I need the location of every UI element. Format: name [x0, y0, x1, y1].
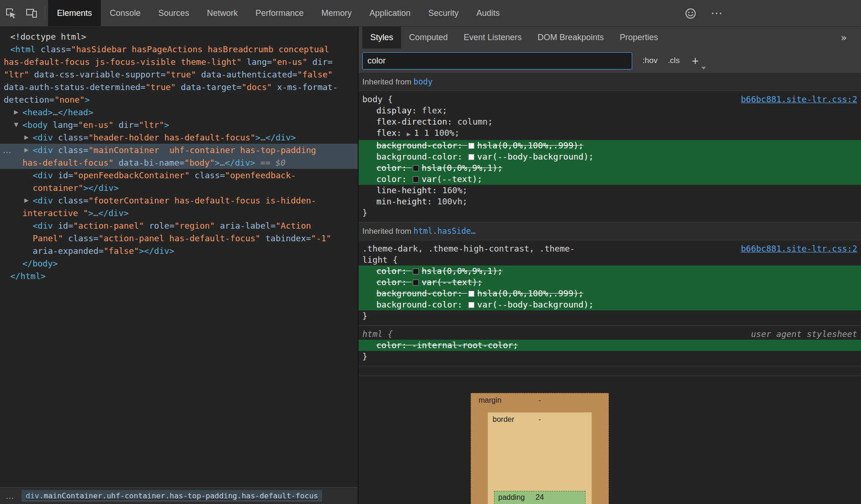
css-declaration[interactable]: color: hsla(0,0%,9%,1); — [359, 162, 861, 174]
color-swatch[interactable] — [413, 165, 419, 171]
box-model-padding[interactable]: padding 24 — [494, 491, 586, 504]
css-property-name: color — [376, 174, 402, 184]
new-style-rule-button[interactable]: + — [692, 55, 705, 67]
css-declaration[interactable]: color: -internal-root-color; — [359, 340, 861, 351]
color-swatch[interactable] — [468, 302, 474, 308]
tree-line[interactable]: data-auth-status-determined="true" data-… — [0, 81, 358, 93]
box-model-border[interactable]: border - padding 24 — [487, 412, 592, 504]
color-swatch[interactable] — [413, 280, 419, 286]
expand-arrow-icon[interactable]: ▼ — [14, 119, 18, 131]
tab-performance[interactable]: Performance — [247, 0, 312, 26]
tree-line[interactable]: container"></div> — [0, 182, 358, 194]
css-selector[interactable]: html { — [362, 329, 393, 339]
stylesheet-link[interactable]: b66bc881.site-ltr.css:2 — [741, 243, 857, 254]
expand-arrow-icon[interactable]: ▶ — [14, 106, 18, 119]
styles-filter-row: :hov .cls + — [359, 49, 861, 73]
tab-audits[interactable]: Audits — [467, 0, 508, 26]
color-swatch[interactable] — [468, 154, 474, 160]
toggle-element-classes-button[interactable]: .cls — [668, 56, 680, 65]
tree-line[interactable]: <html class="hasSidebar hasPageActions h… — [0, 43, 358, 56]
color-swatch[interactable] — [468, 291, 474, 297]
css-declaration[interactable]: background-color: var(--body-background)… — [359, 299, 861, 310]
padding-top-value[interactable]: 24 — [536, 493, 544, 502]
row-overflow-ellipsis-icon[interactable]: … — [3, 144, 11, 156]
expand-arrow-icon[interactable]: ▶ — [24, 144, 28, 156]
tree-line[interactable]: has-default-focus js-focus-visible theme… — [0, 56, 358, 68]
border-label: border — [493, 415, 514, 424]
inherited-node-link[interactable]: body — [414, 77, 433, 86]
styles-filter-input[interactable] — [362, 52, 632, 70]
tab-memory[interactable]: Memory — [312, 0, 360, 26]
stylesheet-link[interactable]: b66bc881.site-ltr.css:2 — [741, 94, 857, 105]
tab-elements[interactable]: Elements — [48, 0, 101, 26]
css-property-name: color — [376, 266, 402, 276]
color-swatch[interactable] — [468, 143, 474, 149]
css-declaration[interactable]: background-color: hsla(0,0%,100%,.999); — [359, 140, 861, 151]
css-declaration[interactable]: flex-direction: column; — [359, 116, 861, 127]
css-declaration[interactable]: color: var(--text); — [359, 174, 861, 185]
color-swatch[interactable] — [413, 268, 419, 274]
tree-line[interactable]: ▶<div class="header-holder has-default-f… — [0, 131, 358, 144]
color-swatch[interactable] — [413, 176, 419, 182]
sidebar-tab-computed[interactable]: Computed — [401, 27, 456, 49]
css-declaration[interactable]: line-height: 160%; — [359, 185, 861, 196]
styles-sections: Inherited from bodybody {b66bc881.site-l… — [359, 73, 861, 366]
tab-security[interactable]: Security — [419, 0, 467, 26]
margin-top-value[interactable]: - — [538, 396, 541, 405]
toggle-pseudo-state-button[interactable]: :hov — [642, 56, 657, 65]
css-declaration[interactable]: min-height: 100vh; — [359, 196, 861, 207]
tree-line[interactable]: ▶<head>…</head> — [0, 106, 358, 119]
sidebar-tab-dom-breakpoints[interactable]: DOM Breakpoints — [529, 27, 612, 49]
tree-line[interactable]: ▼<body lang="en-us" dir="ltr"> — [0, 119, 358, 131]
border-top-value[interactable]: - — [538, 415, 541, 424]
overflow-menu-icon[interactable]: ⋯ — [711, 0, 723, 27]
box-model-margin[interactable]: margin - border - padding 24 — [471, 393, 609, 504]
tree-line[interactable]: <div id="action-panel" role="region" ari… — [0, 219, 358, 232]
css-selector[interactable]: body { — [362, 94, 393, 104]
tree-line[interactable]: has-default-focus" data-bi-name="body">…… — [0, 156, 358, 169]
css-declaration[interactable]: display: flex; — [359, 105, 861, 116]
css-declaration[interactable]: background-color: var(--body-background)… — [359, 151, 861, 162]
device-toolbar-icon-svg — [25, 7, 38, 19]
css-selector[interactable]: .theme-dark, .theme-high-contrast, .them… — [362, 244, 575, 265]
tree-line[interactable]: </body> — [0, 257, 358, 270]
css-rule: body {b66bc881.site-ltr.css:2display: fl… — [359, 91, 861, 223]
tree-line[interactable]: <!doctype html> — [0, 30, 358, 43]
tree-line[interactable]: …▶<div class="mainContainer uhf-containe… — [0, 144, 358, 156]
devtools-body: <!doctype html><html class="hasSidebar h… — [0, 27, 861, 504]
tree-line[interactable]: <div id="openFeedbackContainer" class="o… — [0, 169, 358, 182]
tab-sources[interactable]: Sources — [149, 0, 198, 26]
tree-line[interactable]: detection="none"> — [0, 93, 358, 106]
tree-line[interactable]: </html> — [0, 270, 358, 282]
expand-arrow-icon[interactable]: ▶ — [24, 194, 28, 207]
tab-application[interactable]: Application — [360, 0, 419, 26]
tab-network[interactable]: Network — [198, 0, 247, 26]
sidebar-tab-properties[interactable]: Properties — [612, 27, 666, 49]
inherited-node-link[interactable]: html.hasSide… — [414, 226, 476, 236]
css-declaration[interactable]: color: var(--text); — [359, 277, 861, 288]
device-toolbar-icon[interactable] — [21, 0, 42, 26]
breadcrumb-item[interactable]: div.mainContainer.uhf-container.has-top-… — [21, 490, 322, 502]
new-style-rule-caret-icon[interactable] — [701, 67, 706, 70]
tree-line[interactable]: ▶<div class="footerContainer has-default… — [0, 194, 358, 207]
overflow-menu-glyph: ⋯ — [711, 0, 723, 27]
margin-label: margin — [479, 396, 501, 405]
breadcrumb-overflow-icon[interactable]: … — [6, 491, 14, 501]
tree-line[interactable]: aria-expanded="false"></div> — [0, 245, 358, 257]
shorthand-expander-icon[interactable]: ▶ — [407, 131, 410, 137]
tree-line[interactable]: Panel" class="action-panel has-default-f… — [0, 232, 358, 245]
inspect-element-icon[interactable] — [0, 0, 21, 26]
css-declaration[interactable]: background-color: hsla(0,0%,100%,.999); — [359, 288, 861, 299]
css-property-value: var(--text) — [422, 174, 477, 184]
feedback-smiley-icon[interactable] — [685, 0, 697, 27]
css-declaration[interactable]: color: hsla(0,0%,9%,1); — [359, 266, 861, 277]
tab-console[interactable]: Console — [101, 0, 149, 26]
sidebar-tab-styles[interactable]: Styles — [362, 27, 401, 49]
sidebar-tabs-overflow-icon[interactable]: » — [841, 27, 847, 49]
css-property-value: column — [457, 117, 487, 126]
sidebar-tab-event-listeners[interactable]: Event Listeners — [456, 27, 529, 49]
expand-arrow-icon[interactable]: ▶ — [24, 131, 28, 144]
css-declaration[interactable]: flex: ▶1 1 100%; — [359, 127, 861, 140]
tree-line[interactable]: interactive ">…</div> — [0, 207, 358, 219]
tree-line[interactable]: "ltr" data-css-variable-support="true" d… — [0, 68, 358, 81]
